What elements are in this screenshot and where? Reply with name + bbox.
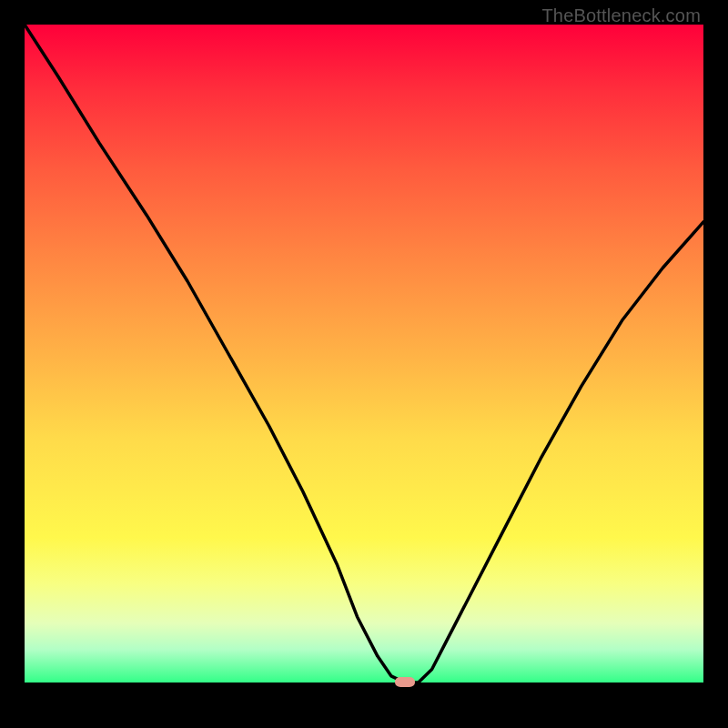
watermark-text: TheBottleneck.com <box>541 5 701 26</box>
gradient-background <box>25 25 703 682</box>
plot-area <box>25 25 703 703</box>
chart-frame: TheBottleneck.com <box>0 0 728 728</box>
optimum-marker <box>395 677 415 687</box>
